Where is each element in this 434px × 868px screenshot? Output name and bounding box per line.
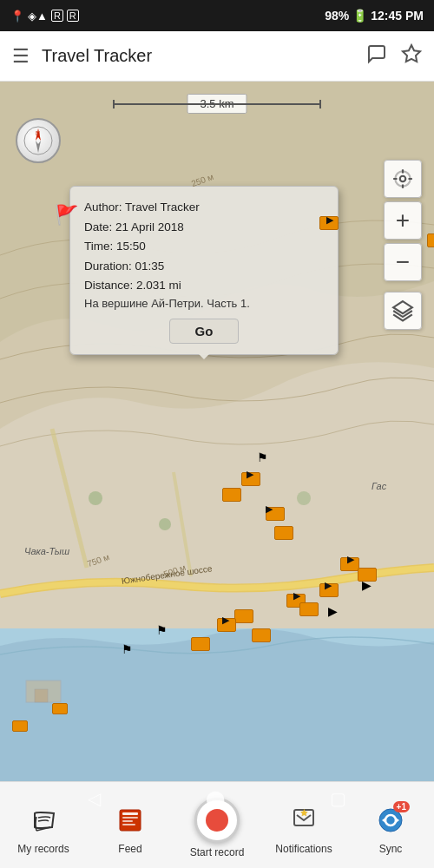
marker-11[interactable] [234,609,253,623]
popup-track-title: На вершине Ай-Петри. Часть 1. [84,297,324,310]
marker-1[interactable]: ▶ [319,216,339,226]
sync-icon-wrap: +1 [372,801,410,839]
svg-rect-18 [122,820,133,822]
nav-record-label: Start record [190,846,245,858]
back-button[interactable]: ◁ [88,788,101,809]
compass[interactable]: N [16,118,61,163]
popup-author: Author: Travel Tracker [84,199,324,216]
zoom-out-button[interactable]: − [384,243,422,281]
menu-button[interactable]: ☰ [12,45,30,68]
app-title: Travel Tracker [42,46,366,66]
notifications-icon [290,806,318,834]
marker-6[interactable] [274,526,293,540]
marker-small-2[interactable] [12,720,28,732]
recents-button[interactable]: ▢ [330,788,346,809]
map-controls: + − [384,160,422,330]
terrain-label-gas: Гас [372,481,386,491]
marker-5[interactable]: ▶ [266,507,285,515]
info-popup: 🚩 Author: Travel Tracker Date: 21 April … [69,186,339,355]
marker-14[interactable] [299,602,319,616]
home-button[interactable]: ⬤ [206,788,225,809]
marker-3[interactable]: ▶ [241,472,260,480]
layers-button[interactable] [384,292,422,330]
svg-point-13 [395,171,410,186]
map-container[interactable]: 3.5 km N 🚩 Author: Travel Tracker Date: … [0,82,434,781]
flag-marker-4: ⚑ [156,623,168,637]
marker-4[interactable] [222,488,241,502]
svg-point-3 [89,491,102,505]
nav-my-records[interactable]: My records [0,782,87,868]
popup-flag-icon: 🚩 [55,204,78,227]
flag-marker-3: ▶ [328,604,338,618]
marker-12[interactable]: ▶ [217,618,236,626]
svg-rect-16 [122,812,138,815]
popup-distance: Distance: 2.031 mi [84,277,324,294]
favorite-button[interactable] [401,43,422,69]
signal-icons: ◈▲ [28,10,48,23]
wifi-icon: R [67,10,79,22]
svg-rect-17 [122,817,138,819]
nav-records-label: My records [17,843,69,855]
svg-point-12 [400,176,406,182]
nav-feed-label: Feed [118,843,141,855]
terrain-label-chaka: Чака-Тыш [24,546,69,556]
popup-duration: Duration: 01:35 [84,258,324,275]
flag-marker-5: ⚑ [122,642,133,656]
record-dot [206,809,228,832]
sync-badge: +1 [393,801,410,812]
marker-13[interactable] [252,628,271,642]
svg-point-4 [159,518,171,530]
flag-marker-2: ▶ [362,578,372,592]
compass-rose: N [23,125,54,156]
records-icon-wrap [24,801,62,839]
zoom-in-button[interactable]: + [384,201,422,240]
svg-rect-7 [35,689,48,702]
time-display: 12:45 PM [371,9,424,23]
status-right-info: 98% 🔋 12:45 PM [325,9,424,23]
distance-line [113,103,321,105]
svg-rect-19 [122,824,135,825]
records-icon [30,806,57,834]
svg-marker-0 [403,45,420,62]
battery-percent: 98% [325,9,349,23]
svg-text:N: N [36,130,40,136]
feed-icon [116,806,144,834]
network-icon: R [51,10,63,22]
marker-9[interactable]: ▶ [319,583,339,591]
marker-10[interactable]: ▶ [286,594,306,602]
battery-icon: 🔋 [352,9,367,23]
svg-marker-10 [36,141,41,153]
nav-sync[interactable]: +1 Sync [347,782,434,868]
marker-7[interactable]: ▶ [340,557,359,565]
nav-notifications-label: Notifications [275,843,332,855]
notifications-icon-wrap [285,801,323,839]
popup-go-button[interactable]: Go [169,319,239,344]
popup-time: Time: 15:50 [84,238,324,255]
app-bar: ☰ Travel Tracker [0,31,434,82]
svg-point-5 [297,491,311,505]
marker-2[interactable] [427,233,434,247]
marker-15[interactable] [191,637,210,651]
status-left-icons: 📍 ◈▲ R R [10,10,79,23]
app-bar-actions [366,43,422,69]
flag-marker-1: ⚑ [257,450,268,464]
nav-sync-label: Sync [379,843,403,855]
location-icon: 📍 [10,10,24,23]
locate-button[interactable] [384,160,422,198]
chat-button[interactable] [366,43,387,69]
marker-small-1[interactable] [52,703,68,714]
status-bar: 📍 ◈▲ R R 98% 🔋 12:45 PM [0,0,434,31]
popup-date: Date: 21 April 2018 [84,219,324,236]
feed-icon-wrap [111,801,149,839]
